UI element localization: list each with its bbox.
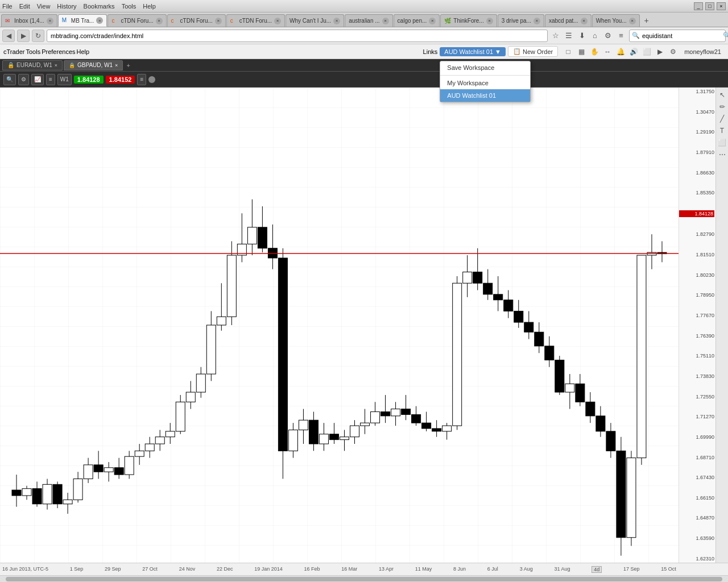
tab-mb-close[interactable]: × (96, 17, 103, 24)
svg-rect-92 (473, 272, 482, 284)
browser-titlebar: File Edit View History Bookmarks Tools H… (0, 0, 728, 13)
app-icon-6[interactable]: 🔊 (628, 46, 639, 57)
app-icon-1[interactable]: □ (562, 46, 574, 57)
calgo-label: calgo pen... (398, 18, 427, 24)
line-tool[interactable]: ╱ (717, 114, 727, 124)
period-button[interactable]: ≡ (46, 74, 55, 85)
tab-calgo-close[interactable]: × (429, 18, 436, 24)
chart-tab-gbpaud-close[interactable]: × (115, 63, 118, 68)
draw-tool[interactable]: ✏ (717, 102, 727, 112)
tab-gmail-label: Inbox (1,4... (14, 18, 44, 24)
bookmark-list-icon[interactable]: ☰ (563, 30, 574, 41)
app-icon-8[interactable]: ▶ (654, 46, 665, 57)
chart-tab-euraud[interactable]: 🔒 EURAUD, W1 × (2, 60, 63, 70)
address-input[interactable] (47, 30, 548, 42)
tab-add-button[interactable]: + (640, 14, 653, 27)
menu-ctrader[interactable]: cTrader (3, 48, 25, 55)
app-icon-9[interactable]: ⚙ (667, 46, 679, 57)
app-icon-4[interactable]: ↔ (602, 46, 613, 57)
tab-ctdn2[interactable]: c cTDN Foru... × (167, 14, 226, 27)
time-label-0: 16 Jun 2013, UTC-5 (2, 566, 48, 573)
chart-tab-euraud-close[interactable]: × (55, 63, 57, 68)
download-icon[interactable]: ⬇ (576, 30, 588, 41)
maximize-button[interactable]: □ (705, 2, 714, 10)
new-order-button[interactable]: 📋 New Order (508, 46, 558, 57)
tab-xabcd[interactable]: xabcd pat... × (545, 14, 592, 27)
tab-calgo[interactable]: calgo pen... × (394, 14, 440, 27)
menu-view[interactable]: View (37, 3, 51, 10)
tab-think[interactable]: 🌿 ThinkFore... × (440, 14, 497, 27)
cursor-tool[interactable]: ↖ (717, 90, 727, 100)
menu-file[interactable]: File (2, 3, 13, 10)
menu-tools[interactable]: Tools (122, 3, 136, 10)
tab-ctdn3[interactable]: c cTDN Foru... × (226, 14, 285, 27)
back-button[interactable]: ◀ (2, 30, 15, 42)
forward-button[interactable]: ▶ (17, 30, 30, 42)
menu-help[interactable]: Help (143, 3, 156, 10)
menu-tools[interactable]: Tools (26, 48, 41, 55)
watchlist-chevron-icon: ▼ (495, 48, 501, 55)
period-label[interactable]: W1 (57, 74, 72, 85)
close-button[interactable]: × (717, 2, 726, 10)
tab-gmail-close[interactable]: × (47, 18, 53, 24)
dropdown-separator (440, 75, 530, 76)
chart-settings-button[interactable]: ⚙ (18, 74, 29, 85)
chart-main[interactable] (0, 88, 679, 563)
more-tools[interactable]: ⋯ (717, 149, 727, 160)
search-submit-icon[interactable]: 🔍 (723, 32, 728, 39)
home-icon[interactable]: ⌂ (589, 30, 601, 41)
chart-tab-gbpaud[interactable]: 🔒 GBPAUD, W1 × (64, 60, 123, 70)
tab-ctdn1-close[interactable]: × (156, 18, 163, 24)
zoom-button[interactable]: 🔍 (3, 74, 16, 85)
star-icon[interactable]: ☆ (550, 30, 561, 41)
tab-3drive-close[interactable]: × (533, 18, 540, 24)
tab-mb[interactable]: M MB Tra... × (58, 14, 107, 27)
text-tool[interactable]: T (717, 126, 727, 136)
tab-think-close[interactable]: × (486, 18, 493, 24)
tab-xabcd-close[interactable]: × (581, 18, 588, 24)
app-toolbar-right: Links AUD Watchlist 01 ▼ Save Workspace … (423, 46, 725, 57)
tab-ctdn3-close[interactable]: × (274, 18, 281, 24)
reload-button[interactable]: ↻ (32, 30, 44, 42)
chart-more-button[interactable]: ≡ (137, 74, 146, 85)
aud-watchlist-item[interactable]: AUD Watchlist 01 (440, 89, 530, 102)
tab-ctdn1[interactable]: c cTDN Foru... × (107, 14, 166, 27)
menu-history[interactable]: History (57, 3, 76, 10)
tab-3drive[interactable]: 3 drive pa... × (498, 14, 544, 27)
scrollbar-thumb[interactable] (6, 577, 722, 581)
tab-when-close[interactable]: × (629, 18, 636, 24)
watchlist-button[interactable]: AUD Watchlist 01 ▼ (440, 47, 506, 56)
menu-bookmarks[interactable]: Bookmarks (84, 3, 115, 10)
app-icon-5[interactable]: 🔔 (615, 46, 626, 57)
address-bar: ◀ ▶ ↻ ☆ ☰ ⬇ ⌂ ⚙ ≡ 🔍 🔍 (0, 27, 728, 44)
price-level-8: 1.81510 (679, 252, 714, 257)
save-workspace-item[interactable]: Save Workspace (440, 61, 530, 74)
tab-why-close[interactable]: × (333, 18, 340, 24)
menu-help[interactable]: Help (77, 48, 90, 55)
tab-why[interactable]: Why Can't I Ju... × (286, 14, 344, 27)
price-level-9: 1.80230 (679, 272, 714, 278)
chart-scrollbar[interactable] (0, 575, 728, 582)
tab-gmail[interactable]: ✉ Inbox (1,4... × (1, 14, 57, 27)
tab-aud[interactable]: australian ... × (345, 14, 392, 27)
price-level-6: 1.85350 (679, 190, 714, 196)
tab-aud-close[interactable]: × (382, 18, 389, 24)
app-icon-3[interactable]: ✋ (589, 46, 600, 57)
price-level-5: 1.86630 (679, 170, 714, 176)
menu-preferences[interactable]: Preferences (42, 48, 75, 55)
minimize-button[interactable]: _ (694, 2, 703, 10)
settings-icon[interactable]: ⚙ (602, 30, 614, 41)
indicator-button[interactable]: 📈 (31, 74, 44, 85)
search-input[interactable] (642, 32, 721, 39)
svg-rect-18 (94, 465, 103, 472)
shape-tool[interactable]: ⬜ (717, 138, 727, 148)
menu-edit[interactable]: Edit (19, 3, 30, 10)
my-workspace-item[interactable]: My Workspace (440, 77, 530, 89)
chart-tab-add-button[interactable]: + (124, 62, 132, 69)
tab-ctdn2-close[interactable]: × (215, 18, 222, 24)
svg-rect-86 (442, 426, 452, 431)
tab-when[interactable]: When You... × (592, 14, 640, 27)
app-icon-7[interactable]: ⬜ (641, 46, 652, 57)
app-icon-2[interactable]: ▦ (576, 46, 587, 57)
menu-icon[interactable]: ≡ (615, 30, 627, 41)
